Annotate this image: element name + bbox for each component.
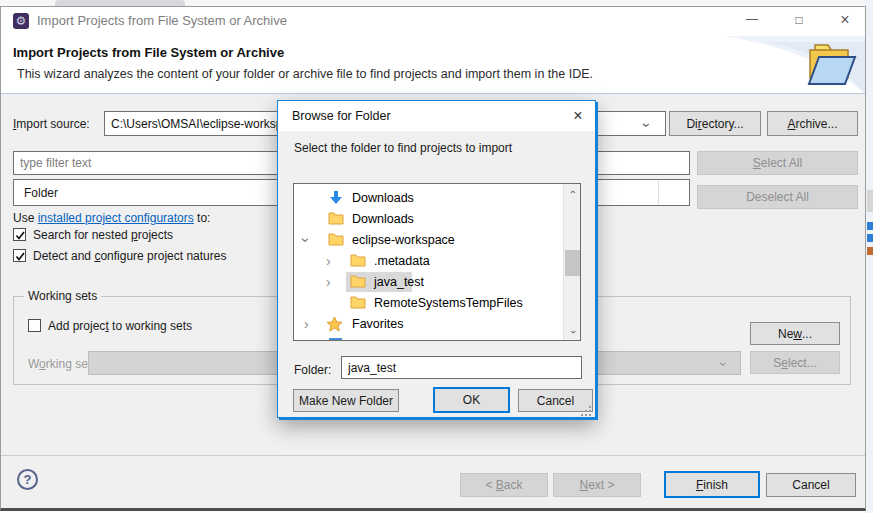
archive-button[interactable]: Archive... (767, 111, 858, 136)
ok-button[interactable]: OK (433, 387, 510, 413)
configurators-suffix: to: (194, 211, 211, 225)
import-source-dropdown-icon[interactable]: › (639, 123, 655, 128)
tree-item-remote-systems-temp-files[interactable]: RemoteSystemsTempFiles (294, 293, 563, 314)
background-fragment (867, 190, 873, 212)
window-title: Import Projects from File System or Arch… (37, 13, 287, 28)
tree-item-java-test[interactable]: › java_test (294, 272, 563, 293)
import-source-label: Import source: (13, 117, 90, 131)
partial-item-icon (328, 337, 344, 341)
working-sets-group-title: Working sets (24, 289, 101, 303)
deselect-all-button: Deselect All (697, 185, 858, 209)
chevron-expanded-icon[interactable]: › (298, 238, 314, 243)
tree-item-partial[interactable] (294, 335, 563, 341)
tree-item-downloads-special[interactable]: Downloads (294, 188, 563, 209)
folder-icon (328, 232, 344, 246)
browse-dialog-instruction: Select the folder to find projects to im… (294, 141, 512, 155)
select-all-button: Select All (697, 151, 858, 175)
favorites-star-icon (326, 316, 343, 332)
column-divider[interactable] (658, 180, 659, 205)
minimize-icon: — (746, 12, 758, 26)
help-icon: ? (24, 472, 32, 487)
background-icon-fragment (867, 234, 873, 242)
finish-button[interactable]: Finish (664, 471, 760, 498)
scrollbar-thumb[interactable] (565, 250, 580, 276)
wizard-header: Import Projects from File System or Arch… (1, 36, 865, 94)
browse-dialog-close-button[interactable]: × (566, 107, 590, 127)
maximize-icon: □ (795, 13, 802, 27)
background-window-right (866, 0, 873, 513)
cancel-button[interactable]: Cancel (766, 473, 856, 497)
close-icon: × (573, 107, 582, 124)
close-button[interactable]: × (830, 10, 860, 32)
folder-tree: Downloads Downloads › eclipse-workspace … (293, 183, 581, 341)
resize-grip[interactable] (581, 406, 591, 416)
add-to-working-sets-checkbox[interactable] (28, 319, 41, 332)
folder-icon (328, 211, 344, 225)
browse-for-folder-dialog: Browse for Folder × Select the folder to… (277, 100, 596, 418)
folder-icon (350, 295, 366, 309)
open-folder-icon (797, 40, 861, 92)
configurators-prefix: Use (13, 211, 38, 225)
browse-dialog-title: Browse for Folder (292, 109, 391, 123)
close-icon: × (840, 11, 849, 28)
maximize-button[interactable]: □ (784, 10, 814, 32)
nested-projects-checkbox[interactable] (13, 228, 26, 241)
back-button: < Back (460, 473, 548, 497)
tree-item-eclipse-workspace[interactable]: › eclipse-workspace (294, 230, 563, 251)
add-to-working-sets-label[interactable]: Add project to working sets (48, 319, 192, 333)
scroll-down-icon[interactable]: › (565, 324, 581, 341)
folder-icon (350, 253, 366, 267)
project-natures-label[interactable]: Detect and configure project natures (33, 249, 226, 263)
next-button: Next > (553, 473, 641, 497)
footer-divider (1, 455, 865, 456)
chevron-collapsed-icon[interactable]: › (326, 274, 331, 290)
folder-field-label: Folder: (294, 363, 331, 377)
make-new-folder-button[interactable]: Make New Folder (293, 389, 399, 412)
background-icon-fragment (867, 222, 873, 230)
select-working-set-button: Select... (750, 351, 840, 374)
downloads-icon (328, 190, 344, 206)
background-icon-fragment (867, 247, 873, 255)
tree-scrollbar[interactable]: › › (563, 184, 580, 340)
chevron-collapsed-icon[interactable]: › (304, 316, 309, 332)
tree-item-favorites[interactable]: › Favorites (294, 314, 563, 335)
page-title: Import Projects from File System or Arch… (13, 45, 284, 60)
tree-item-metadata[interactable]: › .metadata (294, 251, 563, 272)
working-sets-combo-arrow-icon: › (716, 362, 732, 367)
page-description: This wizard analyzes the content of your… (17, 67, 593, 81)
help-button[interactable]: ? (17, 469, 38, 490)
screen: ⚙ Import Projects from File System or Ar… (0, 0, 873, 513)
gear-icon: ⚙ (16, 14, 27, 28)
directory-button[interactable]: Directory... (669, 111, 761, 136)
project-natures-checkbox[interactable] (13, 249, 26, 262)
folder-column-header[interactable]: Folder (24, 186, 58, 200)
configurators-line: Use installed project configurators to: (13, 211, 210, 225)
wizard-app-icon: ⚙ (13, 13, 29, 29)
folder-name-input[interactable] (341, 356, 582, 379)
new-working-set-button[interactable]: New... (750, 322, 840, 345)
scroll-up-icon[interactable]: › (565, 184, 581, 201)
installed-project-configurators-link[interactable]: installed project configurators (38, 211, 194, 225)
tree-item-downloads-folder[interactable]: Downloads (294, 209, 563, 230)
chevron-collapsed-icon[interactable]: › (326, 253, 331, 269)
folder-icon (350, 274, 366, 288)
minimize-button[interactable]: — (737, 10, 767, 32)
nested-projects-label[interactable]: Search for nested projects (33, 228, 173, 242)
